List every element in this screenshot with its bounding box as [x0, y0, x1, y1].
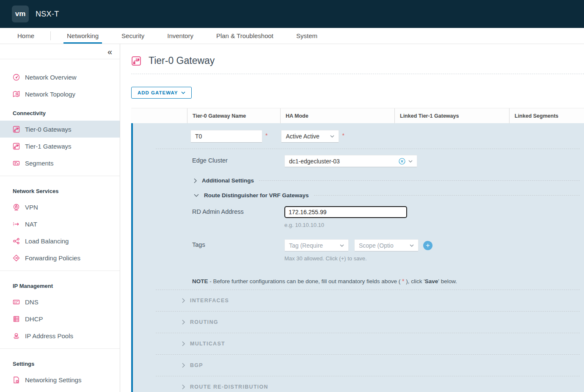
sidebar-item-label: Forwarding Policies — [25, 254, 80, 262]
required-asterisk: * — [342, 132, 344, 139]
add-tag-button[interactable]: + — [423, 241, 432, 250]
column-linked-segments[interactable]: Linked Segments — [509, 108, 584, 123]
edge-cluster-select[interactable]: dc1-edgecluster-03 — [284, 155, 417, 167]
tag-placeholder: Tag (Require — [289, 242, 323, 249]
dhcp-server-icon — [13, 315, 20, 323]
chevron-right-icon — [194, 178, 197, 183]
sidebar-item-ip-address-pools[interactable]: IP Address Pools — [0, 327, 120, 344]
product-title: NSX-T — [36, 10, 59, 19]
gauge-icon — [13, 74, 20, 81]
add-gateway-button[interactable]: ADD GATEWAY — [131, 87, 192, 99]
mandatory-fields-note: NOTE - Before further configurations can… — [192, 278, 584, 284]
sidebar-item-tier0-gateways[interactable]: Tier-0 Gateways — [0, 121, 120, 138]
additional-settings-label: Additional Settings — [202, 177, 254, 184]
column-linked-tier1[interactable]: Linked Tier-1 Gateways — [394, 108, 509, 123]
sidebar-item-label: Networking Settings — [25, 376, 81, 384]
sidebar-item-label: Tier-1 Gateways — [25, 143, 71, 150]
rd-admin-address-input[interactable] — [284, 206, 407, 218]
scope-select[interactable]: Scope (Optio — [354, 239, 419, 251]
sidebar-section-connectivity: Connectivity — [0, 102, 120, 121]
tab-home[interactable]: Home — [14, 28, 38, 44]
accordion-interfaces[interactable]: INTERFACES — [182, 295, 584, 306]
gateway-name-input[interactable] — [190, 130, 262, 143]
sidebar-item-label: Network Topology — [25, 91, 75, 98]
sidebar-item-nat[interactable]: NAT — [0, 215, 120, 232]
column-ha-mode[interactable]: HA Mode — [280, 108, 394, 123]
main-content: Tier-0 Gateway ADD GATEWAY Tier-0 Gatewa… — [120, 44, 584, 392]
sidebar-item-label: VPN — [25, 204, 38, 211]
sidebar-item-label: DHCP — [25, 315, 43, 323]
chevron-right-icon — [182, 298, 185, 303]
form-divider — [156, 149, 580, 149]
title-divider — [131, 74, 584, 74]
topology-map-icon — [13, 91, 20, 98]
chevron-down-icon — [194, 194, 199, 197]
tab-inventory[interactable]: Inventory — [164, 28, 197, 44]
add-gateway-label: ADD GATEWAY — [138, 90, 178, 95]
sidebar-item-networking-settings[interactable]: Networking Settings — [0, 371, 120, 388]
accordion-label: INTERFACES — [190, 298, 229, 304]
sidebar-item-load-balancing[interactable]: Load Balancing — [0, 232, 120, 249]
sidebar-item-dns[interactable]: DNS — [0, 293, 120, 310]
column-gateway-name[interactable]: Tier-0 Gateway Name — [187, 108, 280, 123]
sidebar-divider — [0, 348, 120, 349]
sidebar-item-label: Load Balancing — [25, 237, 69, 245]
sidebar-item-label: Network Overview — [25, 74, 77, 81]
sidebar-item-network-overview[interactable]: Network Overview — [0, 69, 120, 86]
chevron-down-icon — [181, 91, 185, 94]
chevron-down-icon — [408, 160, 413, 163]
edge-cluster-label: Edge Cluster — [192, 155, 284, 164]
route-distinguisher-section[interactable]: Route Distinguisher for VRF Gateways — [194, 192, 580, 199]
sidebar-section-network-services: Network Services — [0, 180, 120, 199]
accordion-divider — [156, 354, 580, 355]
route-distinguisher-label: Route Distinguisher for VRF Gateways — [204, 192, 309, 199]
accordion-bgp[interactable]: BGP — [182, 360, 584, 371]
sidebar: « Network Overview Network Topology Conn… — [0, 44, 120, 392]
sidebar-section-settings: Settings — [0, 353, 120, 371]
tab-networking[interactable]: Networking — [63, 28, 102, 44]
sidebar-collapse-icon[interactable]: « — [107, 47, 112, 56]
ip-pool-icon — [13, 332, 20, 340]
additional-settings-section[interactable]: Additional Settings — [194, 177, 580, 184]
chevron-right-icon — [182, 363, 185, 368]
accordion-route-redistribution[interactable]: ROUTE RE-DISTRIBUTION — [182, 381, 584, 392]
tab-security[interactable]: Security — [118, 28, 148, 44]
accordion-routing[interactable]: ROUTING — [182, 317, 584, 328]
edge-cluster-value: dc1-edgecluster-03 — [289, 158, 340, 165]
section-divider — [314, 195, 580, 196]
note-label: NOTE — [192, 278, 208, 284]
chevron-down-icon — [410, 244, 414, 247]
accordion-divider — [156, 311, 580, 312]
forwarding-policy-icon — [13, 254, 20, 262]
segments-icon — [13, 160, 20, 167]
chevron-down-icon — [330, 135, 334, 138]
sidebar-item-tier1-gateways[interactable]: Tier-1 Gateways — [0, 138, 120, 155]
sidebar-item-vpn[interactable]: VPN — [0, 199, 120, 215]
note-text: - Before further configurations can be d… — [208, 278, 402, 284]
note-text: ), click ' — [404, 278, 424, 284]
sidebar-item-network-topology[interactable]: Network Topology — [0, 86, 120, 102]
column-selector — [131, 108, 187, 123]
tags-label: Tags — [192, 239, 284, 248]
accordion-label: ROUTING — [190, 319, 218, 325]
required-asterisk: * — [265, 132, 267, 139]
chevron-right-icon — [182, 384, 185, 389]
accordion-divider — [156, 290, 580, 290]
rd-admin-address-label: RD Admin Address — [192, 206, 284, 215]
nav-divider — [50, 31, 51, 40]
tag-select[interactable]: Tag (Require — [284, 239, 349, 251]
accordion-label: BGP — [190, 362, 203, 368]
sidebar-section-ip-management: IP Management — [0, 275, 120, 293]
dns-grid-icon — [13, 298, 20, 306]
rd-admin-address-hint: e.g. 10.10.10.10 — [284, 222, 407, 228]
tab-plan-troubleshoot[interactable]: Plan & Troubleshoot — [213, 28, 277, 44]
sidebar-item-forwarding-policies[interactable]: Forwarding Policies — [0, 249, 120, 266]
tab-system[interactable]: System — [293, 28, 321, 44]
sidebar-item-dhcp[interactable]: DHCP — [0, 310, 120, 327]
page-title: Tier-0 Gateway — [149, 55, 215, 66]
sidebar-item-segments[interactable]: Segments — [0, 155, 120, 171]
clear-selection-icon[interactable] — [399, 158, 405, 165]
ha-mode-select[interactable]: Active Active — [281, 130, 339, 143]
accordion-multicast[interactable]: MULTICAST — [182, 338, 584, 349]
accordion-label: MULTICAST — [190, 341, 225, 347]
